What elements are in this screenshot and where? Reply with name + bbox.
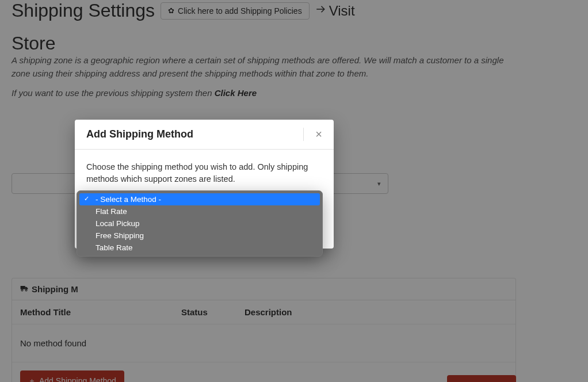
select-option-label: - Select a Method - — [96, 195, 161, 204]
select-option-local-pickup[interactable]: Local Pickup — [79, 217, 320, 230]
shipping-method-select-dropdown[interactable]: ✓ - Select a Method - Flat Rate Local Pi… — [77, 190, 323, 257]
select-option-label: Free Shipping — [96, 231, 144, 240]
select-option-free-shipping[interactable]: Free Shipping — [79, 230, 320, 242]
modal-title: Add Shipping Method — [86, 128, 193, 140]
select-option-label: Table Rate — [96, 243, 133, 252]
select-option-flat-rate[interactable]: Flat Rate — [79, 205, 320, 217]
select-option-placeholder[interactable]: ✓ - Select a Method - — [79, 193, 320, 205]
select-option-table-rate[interactable]: Table Rate — [79, 242, 320, 254]
select-option-label: Flat Rate — [96, 207, 127, 216]
modal-description: Choose the shipping method you wish to a… — [86, 161, 322, 185]
select-option-label: Local Pickup — [96, 219, 140, 228]
check-icon: ✓ — [84, 195, 89, 203]
modal-close-button[interactable]: × — [303, 128, 322, 141]
